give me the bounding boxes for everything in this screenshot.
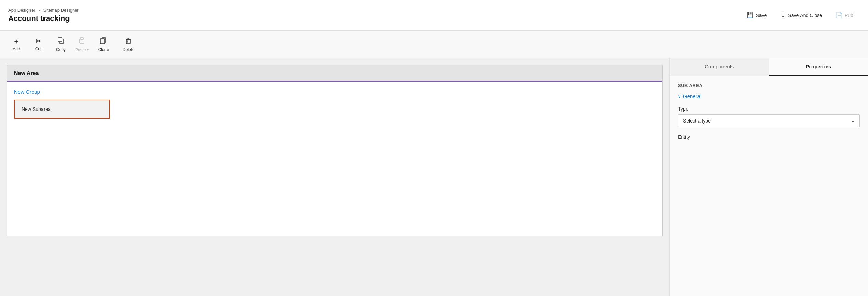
header-actions: 💾 Save 🖫 Save And Close 📄 Publ [741,9,860,21]
general-section-header[interactable]: ∨ General [678,93,860,99]
right-panel: Components Properties SUB AREA ∨ General… [669,58,868,296]
page-title: Account tracking [8,14,79,23]
copy-icon [57,37,65,46]
svg-rect-5 [126,39,130,44]
svg-rect-3 [80,38,83,39]
general-subsection: ∨ General Type Select a type ⌄ Entity [678,93,860,140]
area-block: New Area New Group New Subarea [7,65,663,236]
copy-label: Copy [56,47,66,52]
panel-tabs: Components Properties [670,58,868,76]
entity-label: Entity [678,134,860,140]
subarea-block[interactable]: New Subarea [14,100,110,119]
svg-rect-1 [58,38,62,42]
add-button[interactable]: ＋ Add [5,36,27,53]
save-label: Save [756,13,767,18]
tab-properties[interactable]: Properties [769,58,868,76]
clone-label: Clone [98,47,109,52]
delete-button[interactable]: Delete [116,35,141,54]
area-content: New Group New Subarea [7,82,662,236]
breadcrumb-sitemap-designer[interactable]: Sitemap Designer [43,8,78,13]
add-icon: ＋ [13,38,20,45]
publish-label: Publ [845,13,854,18]
publish-button[interactable]: 📄 Publ [830,9,860,21]
svg-rect-2 [80,39,84,43]
panel-body: SUB AREA ∨ General Type Select a type ⌄ … [670,76,868,296]
chevron-down-icon: ∨ [678,94,681,99]
breadcrumb-app-designer[interactable]: App Designer [8,8,35,13]
add-label: Add [13,47,20,51]
clone-icon [100,37,107,46]
paste-label-row: Paste ▾ [75,48,89,52]
save-button[interactable]: 💾 Save [741,9,772,21]
cut-icon: ✂ [35,38,41,45]
copy-button[interactable]: Copy [49,35,73,54]
delete-label: Delete [123,47,135,52]
paste-label: Paste [75,48,86,52]
cut-button[interactable]: ✂ Cut [27,36,49,53]
tab-components[interactable]: Components [670,58,769,76]
type-select[interactable]: Select a type ⌄ [678,114,860,127]
area-name: New Area [14,70,39,76]
main-content: New Area New Group New Subarea Component… [0,58,868,296]
type-label: Type [678,106,860,112]
canvas: New Area New Group New Subarea [0,58,669,296]
breadcrumb-separator: › [38,8,40,13]
group-title[interactable]: New Group [14,89,655,95]
paste-dropdown-arrow: ▾ [87,48,89,52]
save-and-close-label: Save And Close [788,13,822,18]
clone-button[interactable]: Clone [91,35,116,54]
paste-icon [78,37,86,46]
section-title: SUB AREA [678,83,860,88]
general-section-label: General [683,93,701,99]
save-close-icon: 🖫 [780,12,786,18]
cut-label: Cut [35,47,42,51]
svg-rect-4 [100,39,105,44]
publish-icon: 📄 [836,12,843,18]
breadcrumb: App Designer › Sitemap Designer [8,8,79,13]
delete-icon [125,37,132,46]
type-select-arrow: ⌄ [851,118,855,123]
header-left: App Designer › Sitemap Designer Account … [8,8,79,23]
paste-button[interactable]: Paste ▾ [73,35,91,54]
header: App Designer › Sitemap Designer Account … [0,0,868,31]
type-select-value: Select a type [683,118,711,124]
area-header[interactable]: New Area [7,65,662,82]
save-and-close-button[interactable]: 🖫 Save And Close [775,10,828,21]
save-icon: 💾 [747,12,754,18]
toolbar: ＋ Add ✂ Cut Copy Paste ▾ [0,31,868,58]
